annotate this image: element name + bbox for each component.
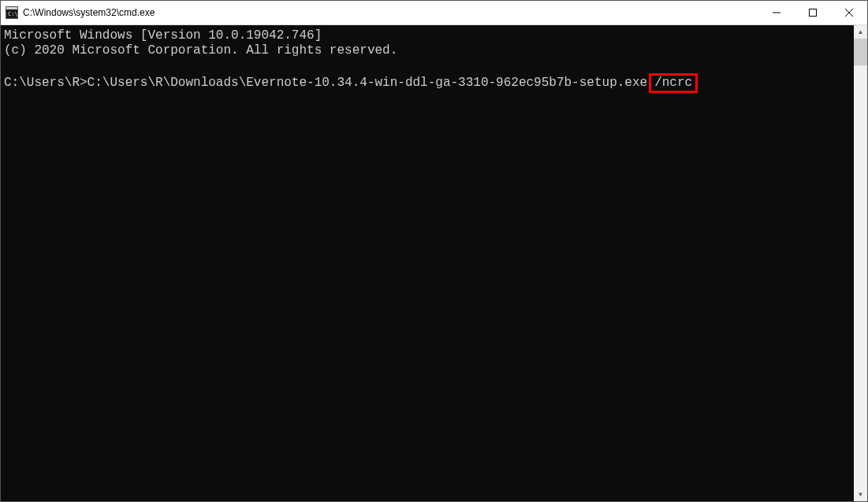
maximize-button[interactable] — [795, 1, 831, 24]
terminal-line: (c) 2020 Microsoft Corporation. All righ… — [4, 43, 397, 58]
scrollbar-thumb[interactable] — [854, 39, 867, 65]
window-controls — [758, 1, 867, 24]
client-area: Microsoft Windows [Version 10.0.19042.74… — [1, 25, 867, 501]
svg-rect-4 — [810, 9, 817, 17]
svg-text:C:\: C:\ — [8, 11, 18, 17]
scroll-down-button[interactable]: ▼ — [854, 488, 867, 501]
titlebar[interactable]: C:\ C:\Windows\system32\cmd.exe — [1, 1, 867, 25]
highlight-annotation: /ncrc — [649, 73, 698, 93]
prompt-text: C:\Users\R>C:\Users\R\Downloads\Evernote… — [4, 76, 647, 90]
chevron-up-icon: ▲ — [858, 29, 864, 35]
window-title: C:\Windows\system32\cmd.exe — [23, 7, 758, 18]
svg-rect-1 — [6, 7, 17, 9]
chevron-down-icon: ▼ — [858, 492, 864, 498]
scrollbar-track[interactable] — [854, 39, 867, 488]
scroll-up-button[interactable]: ▲ — [854, 25, 867, 39]
terminal-prompt-line: C:\Users\R>C:\Users\R\Downloads\Evernote… — [4, 76, 698, 90]
terminal-output[interactable]: Microsoft Windows [Version 10.0.19042.74… — [1, 25, 854, 501]
terminal-line: Microsoft Windows [Version 10.0.19042.74… — [4, 28, 322, 43]
vertical-scrollbar[interactable]: ▲ ▼ — [854, 25, 867, 501]
cmd-icon: C:\ — [6, 6, 18, 19]
minimize-button[interactable] — [758, 1, 795, 24]
cmd-window: C:\ C:\Windows\system32\cmd.exe Microsof… — [0, 0, 868, 502]
close-button[interactable] — [831, 1, 867, 24]
